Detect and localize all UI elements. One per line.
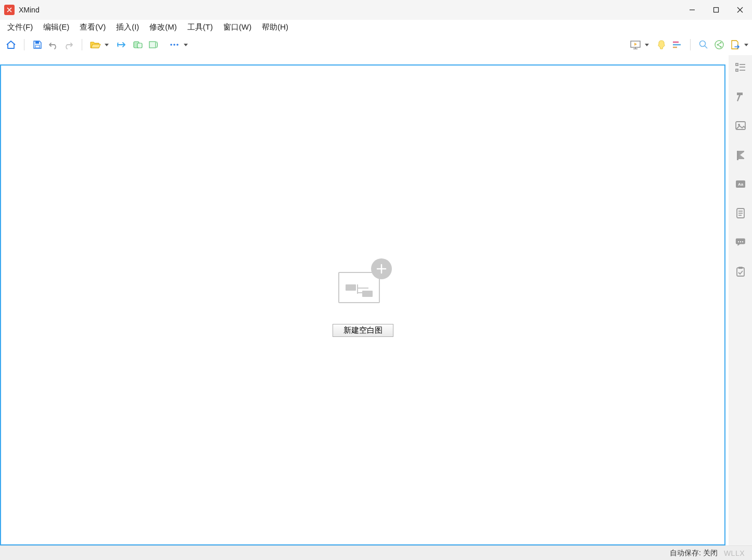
toolbar-separator xyxy=(82,39,82,50)
presentation-dropdown[interactable] xyxy=(644,44,649,46)
menu-file[interactable]: 文件(F) xyxy=(2,20,38,34)
svg-point-10 xyxy=(176,44,179,46)
autosave-status: 自动保存: 关闭 xyxy=(670,549,718,558)
app-title: XMind xyxy=(19,6,40,14)
titlebar: XMind xyxy=(0,0,752,20)
svg-rect-7 xyxy=(149,42,156,48)
svg-rect-24 xyxy=(736,63,738,66)
svg-rect-31 xyxy=(737,151,738,160)
comments-icon[interactable] xyxy=(733,235,748,250)
home-button[interactable] xyxy=(3,37,19,53)
boundary-button[interactable] xyxy=(130,37,146,53)
svg-marker-12 xyxy=(634,43,637,46)
menu-tools[interactable]: 工具(T) xyxy=(182,20,218,34)
svg-line-19 xyxy=(705,46,707,48)
export-button[interactable] xyxy=(727,37,743,53)
menu-window[interactable]: 窗口(W) xyxy=(218,20,257,34)
save-button[interactable] xyxy=(30,37,45,53)
more-dropdown[interactable] xyxy=(183,44,188,46)
statusbar: 自动保存: 关闭 WLLX xyxy=(0,545,752,560)
new-blank-map-button[interactable]: 新建空白图 xyxy=(333,324,393,337)
maximize-button[interactable] xyxy=(704,0,728,20)
svg-rect-3 xyxy=(35,41,39,44)
outline-icon[interactable] xyxy=(733,60,748,75)
home-canvas: 新建空白图 xyxy=(0,64,725,545)
more-button[interactable] xyxy=(167,37,182,53)
svg-rect-2 xyxy=(714,8,719,12)
svg-point-18 xyxy=(700,41,706,47)
undo-button[interactable] xyxy=(45,37,61,53)
canvas-wrap: 新建空白图 xyxy=(0,55,729,545)
window-controls xyxy=(680,0,752,20)
svg-rect-25 xyxy=(736,69,738,71)
close-button[interactable] xyxy=(728,0,752,20)
svg-point-39 xyxy=(740,241,741,242)
open-button[interactable] xyxy=(87,37,103,53)
redo-button[interactable] xyxy=(61,37,77,53)
plus-icon xyxy=(371,258,392,279)
new-map-icon xyxy=(338,263,388,303)
workarea: 新建空白图 Aa xyxy=(0,55,752,545)
svg-rect-41 xyxy=(737,268,744,276)
menubar: 文件(F) 编辑(E) 查看(V) 插入(I) 修改(M) 工具(T) 窗口(W… xyxy=(0,20,752,34)
open-dropdown[interactable] xyxy=(104,44,109,46)
gantt-button[interactable] xyxy=(669,37,685,53)
share-button[interactable] xyxy=(711,37,727,53)
svg-point-20 xyxy=(715,41,723,49)
svg-rect-6 xyxy=(137,43,142,48)
brainstorm-button[interactable] xyxy=(654,37,669,53)
label-icon[interactable]: Aa xyxy=(733,177,748,191)
menu-edit[interactable]: 编辑(E) xyxy=(38,20,74,34)
export-dropdown[interactable] xyxy=(744,44,749,46)
svg-point-9 xyxy=(173,44,175,46)
svg-rect-42 xyxy=(738,267,743,269)
right-sidebar: Aa xyxy=(729,55,752,545)
task-icon[interactable] xyxy=(733,264,748,279)
svg-rect-4 xyxy=(35,45,40,48)
svg-point-40 xyxy=(742,241,743,242)
toolbar-separator xyxy=(690,39,691,50)
toolbar xyxy=(0,34,752,55)
app-logo-icon xyxy=(4,5,15,15)
new-blank-map[interactable]: 新建空白图 xyxy=(333,263,393,337)
watermark: WLLX xyxy=(724,549,745,557)
svg-point-38 xyxy=(737,241,738,242)
notes-icon[interactable] xyxy=(733,206,748,220)
menu-view[interactable]: 查看(V) xyxy=(74,20,111,34)
marker-icon[interactable] xyxy=(733,148,748,162)
presentation-button[interactable] xyxy=(628,37,643,53)
image-icon[interactable] xyxy=(733,119,748,133)
zoom-button[interactable] xyxy=(696,37,711,53)
toolbar-separator xyxy=(24,39,24,50)
relationship-button[interactable] xyxy=(114,37,130,53)
minimize-button[interactable] xyxy=(680,0,704,20)
menu-help[interactable]: 帮助(H) xyxy=(257,20,294,34)
svg-point-8 xyxy=(170,44,172,46)
svg-text:Aa: Aa xyxy=(737,182,743,187)
format-icon[interactable] xyxy=(733,89,748,104)
menu-modify[interactable]: 修改(M) xyxy=(144,20,182,34)
menu-insert[interactable]: 插入(I) xyxy=(111,20,144,34)
summary-button[interactable] xyxy=(146,37,161,53)
